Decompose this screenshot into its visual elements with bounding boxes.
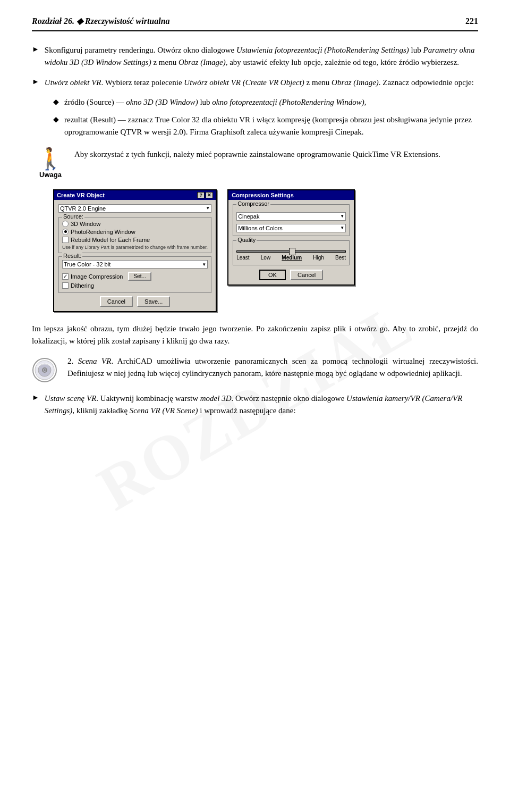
note-section: 🚶 Uwaga Aby skorzystać z tych funkcji, n… <box>32 148 478 179</box>
radio-3d-window-input[interactable] <box>62 221 69 227</box>
diamond-item-2: ◆ rezultat (Result) — zaznacz True Color… <box>53 114 478 139</box>
radio-3d-window-label: 3D Window <box>71 221 100 227</box>
compressor-group: Compressor Cinepak ▼ Millions of Colors … <box>233 204 350 236</box>
result-select[interactable]: True Color - 32 bit ▼ <box>62 260 208 269</box>
note-figure-icon: 🚶 <box>37 148 64 170</box>
slider-label-low: Low <box>261 255 270 261</box>
compressor-val-1: Cinepak <box>238 213 259 220</box>
quality-slider-track[interactable] <box>236 250 346 253</box>
titlebar-buttons[interactable]: ? ✕ <box>197 192 213 198</box>
rebuild-label: Rebuild Model for Each Frame <box>71 237 150 243</box>
compressor-val-2: Millions of Colors <box>238 225 283 231</box>
rebuild-checkbox[interactable] <box>62 237 69 243</box>
diamond-bullet-2: ◆ <box>53 115 59 124</box>
note-text: Aby skorzystać z tych funkcji, należy mi… <box>74 148 440 161</box>
diamond-list: ◆ źródło (Source) — okno 3D (3D Window) … <box>53 96 478 139</box>
radio-3d-window[interactable]: 3D Window <box>62 221 208 227</box>
set-button[interactable]: Set... <box>128 272 151 281</box>
radio-photorendering[interactable]: PhotoRendering Window <box>62 229 208 235</box>
radio-photorendering-dot <box>64 230 67 233</box>
compression-titlebar: Compression Settings <box>228 190 354 200</box>
create-vr-title: Create VR Object <box>57 192 105 198</box>
dialog-buttons: Cancel Save... <box>58 296 211 307</box>
compression-title: Compression Settings <box>232 192 294 198</box>
result-dropdown-arrow: ▼ <box>202 262 206 267</box>
create-vr-body: QTVR 2.0 Engine ▼ Source: 3D Window <box>54 200 216 312</box>
compression-ok-button[interactable]: OK <box>259 270 286 280</box>
cancel-button[interactable]: Cancel <box>100 296 133 307</box>
compression-buttons: OK Cancel <box>233 270 350 280</box>
compressor-select-1[interactable]: Cinepak ▼ <box>236 212 346 221</box>
note-icon: 🚶 Uwaga <box>32 148 69 179</box>
diamond-text-2: rezultat (Result) — zaznacz True Color 3… <box>64 114 478 139</box>
engine-row: QTVR 2.0 Engine ▼ <box>58 204 211 213</box>
dithering-checkbox[interactable] <box>62 282 69 289</box>
paragraph-1-text: Skonfiguruj parametry renderingu. Otwórz… <box>45 44 478 69</box>
rebuild-small-text: Use if any Library Part is parametrized … <box>62 245 208 251</box>
engine-dropdown-arrow: ▼ <box>206 206 210 211</box>
section-2-text: 2. Scena VR. ArchiCAD umożliwia utworzen… <box>67 355 478 380</box>
compressor-select-row: Cinepak ▼ <box>236 212 346 221</box>
compression-body: Compressor Cinepak ▼ Millions of Colors … <box>228 200 354 284</box>
quality-group-label: Quality <box>236 237 257 243</box>
paragraph-3: Im lepsza jakość obrazu, tym dłużej będz… <box>32 323 478 348</box>
page-header: Rozdział 26. ◆ Rzeczywistość wirtualna 2… <box>32 16 478 31</box>
source-group-label: Source: <box>62 213 84 220</box>
diamond-item-1: ◆ źródło (Source) — okno 3D (3D Window) … <box>53 96 478 108</box>
bullet-arrow-1: ► <box>32 45 39 54</box>
result-group-label: Result: <box>62 253 82 259</box>
page-number: 221 <box>465 16 478 26</box>
compressor-dropdown-2: ▼ <box>340 225 344 230</box>
image-compression-checkbox[interactable]: ✓ <box>62 273 69 280</box>
radio-photorendering-label: PhotoRendering Window <box>71 229 135 235</box>
compressor-dropdown-1: ▼ <box>340 214 344 219</box>
compression-dialog: Compression Settings Compressor Cinepak … <box>227 189 355 286</box>
compressor-group-label: Compressor <box>236 200 270 207</box>
main-content: ► Skonfiguruj parametry renderingu. Otwó… <box>32 44 478 417</box>
quality-slider-thumb[interactable] <box>289 248 295 255</box>
compressor-select-row-2: Millions of Colors ▼ <box>236 224 346 232</box>
rebuild-checkbox-row[interactable]: Rebuild Model for Each Frame <box>62 237 208 243</box>
create-vr-titlebar: Create VR Object ? ✕ <box>54 190 216 200</box>
bullet-arrow-4: ► <box>32 394 39 402</box>
paragraph-2-text: Utwórz obiekt VR. Wybierz teraz poleceni… <box>45 77 474 89</box>
diamond-text-1: źródło (Source) — okno 3D (3D Window) lu… <box>64 96 367 108</box>
source-group: Source: 3D Window PhotoRendering Window <box>58 217 211 254</box>
engine-select[interactable]: QTVR 2.0 Engine ▼ <box>58 204 211 213</box>
page-content: Rozdział 26. ◆ Rzeczywistość wirtualna 2… <box>0 0 510 440</box>
section-2: 2. Scena VR. ArchiCAD umożliwia utworzen… <box>32 355 478 385</box>
slider-labels: Least Low Medium High Best <box>236 255 346 261</box>
result-value: True Color - 32 bit <box>64 261 110 267</box>
dithering-row[interactable]: Dithering <box>62 282 208 289</box>
paragraph-4-text: Ustaw scenę VR. Uaktywnij kombinację war… <box>45 392 478 417</box>
slider-label-least: Least <box>236 255 249 261</box>
quality-group: Quality Least Low Medium High Best <box>233 240 350 265</box>
compression-cancel-button[interactable]: Cancel <box>290 270 323 280</box>
slider-label-best: Best <box>335 255 346 261</box>
cd-icon <box>32 357 61 385</box>
engine-label: QTVR 2.0 Engine <box>60 205 106 212</box>
bullet-arrow-2: ► <box>32 78 39 86</box>
radio-photorendering-input[interactable] <box>62 229 69 235</box>
create-vr-dialog: Create VR Object ? ✕ QTVR 2.0 Engine ▼ <box>53 189 217 313</box>
compressor-select-2[interactable]: Millions of Colors ▼ <box>236 224 346 232</box>
cd-disc-svg <box>32 357 57 383</box>
result-group: Result: True Color - 32 bit ▼ ✓ Image Co… <box>58 256 211 293</box>
paragraph-2: ► Utwórz obiekt VR. Wybierz teraz polece… <box>32 77 478 89</box>
dithering-label: Dithering <box>71 282 94 289</box>
slider-label-medium: Medium <box>282 255 302 261</box>
help-button[interactable]: ? <box>197 192 205 198</box>
paragraph-4: ► Ustaw scenę VR. Uaktywnij kombinację w… <box>32 392 478 417</box>
image-compression-row[interactable]: ✓ Image Compression Set... <box>62 272 208 281</box>
close-button[interactable]: ✕ <box>206 192 213 198</box>
svg-point-4 <box>44 369 46 371</box>
paragraph-1: ► Skonfiguruj parametry renderingu. Otwó… <box>32 44 478 69</box>
save-button[interactable]: Save... <box>137 296 170 307</box>
chapter-title: Rozdział 26. ◆ Rzeczywistość wirtualna <box>32 16 170 26</box>
image-compression-label: Image Compression <box>71 273 123 280</box>
diamond-bullet-1: ◆ <box>53 97 59 106</box>
note-label: Uwaga <box>39 171 62 179</box>
slider-label-high: High <box>313 255 324 261</box>
dialogs-area: Create VR Object ? ✕ QTVR 2.0 Engine ▼ <box>53 189 478 313</box>
